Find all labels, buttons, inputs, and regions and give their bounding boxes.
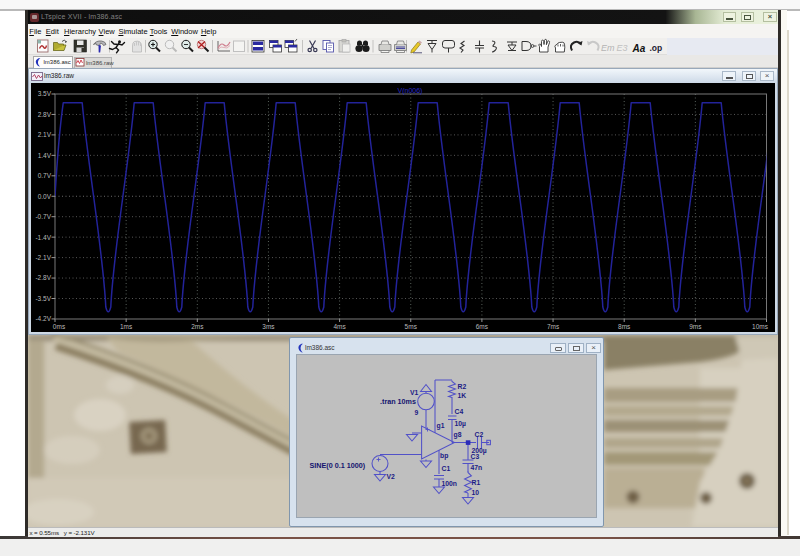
svg-text:2.8V: 2.8V bbox=[38, 111, 52, 118]
svg-text:-2.8V: -2.8V bbox=[35, 274, 51, 281]
svg-text:-1.4V: -1.4V bbox=[35, 234, 51, 241]
svg-text:-3.5V: -3.5V bbox=[35, 295, 51, 302]
svg-text:Aa: Aa bbox=[632, 43, 646, 54]
svg-text:1.4V: 1.4V bbox=[38, 152, 52, 159]
svg-text:3ms: 3ms bbox=[262, 323, 275, 330]
svg-text:10: 10 bbox=[472, 489, 480, 496]
svg-text:E3: E3 bbox=[617, 43, 628, 53]
svg-text:0ms: 0ms bbox=[53, 323, 66, 330]
svg-text:V(n006): V(n006) bbox=[398, 87, 423, 95]
svg-text:C4: C4 bbox=[455, 408, 464, 415]
svg-text:9: 9 bbox=[415, 409, 419, 416]
svg-text:C3: C3 bbox=[471, 453, 480, 460]
svg-text:0.0V: 0.0V bbox=[38, 193, 52, 200]
svg-text:8ms: 8ms bbox=[618, 323, 631, 330]
svg-text:Em: Em bbox=[601, 43, 615, 53]
svg-text:9ms: 9ms bbox=[689, 323, 702, 330]
svg-text:0.7V: 0.7V bbox=[38, 172, 52, 179]
svg-text:g8: g8 bbox=[454, 431, 462, 439]
svg-text:-4.2V: -4.2V bbox=[35, 315, 51, 322]
svg-text:1ms: 1ms bbox=[120, 323, 133, 330]
svg-text:1K: 1K bbox=[458, 392, 467, 399]
svg-text:100n: 100n bbox=[442, 480, 458, 487]
svg-text:-0.7V: -0.7V bbox=[35, 213, 51, 220]
svg-text:SINE(0 0.1 1000): SINE(0 0.1 1000) bbox=[310, 461, 366, 470]
svg-text:4ms: 4ms bbox=[333, 323, 346, 330]
svg-text:3.5V: 3.5V bbox=[38, 90, 52, 97]
svg-text:-2.1V: -2.1V bbox=[35, 254, 51, 261]
svg-text:10µ: 10µ bbox=[455, 420, 467, 428]
svg-text:R2: R2 bbox=[458, 383, 467, 390]
svg-text:47n: 47n bbox=[471, 464, 483, 471]
svg-text:C2: C2 bbox=[475, 431, 484, 438]
svg-text:5ms: 5ms bbox=[405, 323, 418, 330]
svg-text:bp: bp bbox=[440, 452, 448, 460]
svg-text:.tran 10ms: .tran 10ms bbox=[380, 397, 416, 406]
svg-text:C1: C1 bbox=[442, 465, 451, 472]
svg-text:6ms: 6ms bbox=[476, 323, 489, 330]
svg-text:R1: R1 bbox=[472, 479, 481, 486]
svg-text:10ms: 10ms bbox=[752, 323, 769, 330]
svg-text:7ms: 7ms bbox=[547, 323, 560, 330]
svg-text:g1: g1 bbox=[437, 422, 445, 430]
svg-text:2.1V: 2.1V bbox=[38, 131, 52, 138]
svg-text:2ms: 2ms bbox=[191, 323, 204, 330]
svg-text:.op: .op bbox=[650, 43, 663, 53]
svg-text:V1: V1 bbox=[410, 389, 419, 396]
svg-text:V2: V2 bbox=[387, 473, 396, 480]
